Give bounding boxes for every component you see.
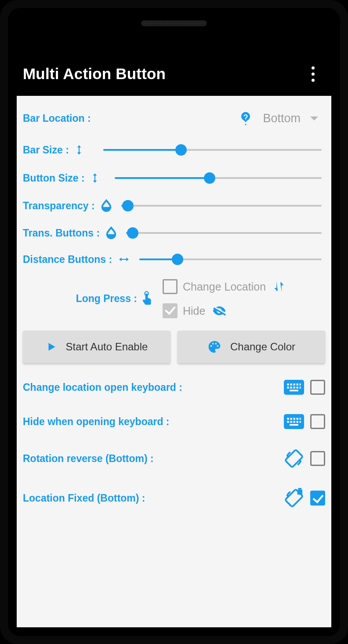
device-frame: Multi Action Button Bar Location : Botto… [0, 0, 348, 644]
bar-size-slider[interactable] [100, 144, 325, 156]
device-screen: Multi Action Button Bar Location : Botto… [8, 8, 340, 636]
hide-label: Hide [183, 305, 205, 317]
svg-rect-23 [300, 421, 301, 423]
horizontal-resize-icon [116, 254, 131, 265]
svg-rect-11 [297, 387, 298, 389]
svg-rect-25 [285, 450, 303, 468]
location-fixed-row: Location Fixed (Bottom) : [23, 488, 325, 508]
overflow-dot-icon [312, 73, 315, 76]
change-location-keyboard-checkbox[interactable] [310, 380, 325, 395]
app-bar: Multi Action Button [8, 52, 340, 96]
checkbox-checked-icon [163, 303, 178, 318]
button-size-row: Button Size : [23, 171, 325, 186]
change-color-label: Change Color [230, 341, 295, 353]
distance-buttons-label: Distance Buttons : [23, 254, 112, 266]
svg-rect-27 [297, 490, 303, 495]
change-color-button[interactable]: Change Color [178, 331, 325, 363]
rotation-icon [284, 448, 304, 469]
swap-location-icon [271, 279, 287, 295]
long-press-label: Long Press : [76, 293, 137, 305]
rotation-reverse-row: Rotation reverse (Bottom) : [23, 448, 325, 469]
location-fixed-label: Location Fixed (Bottom) : [23, 492, 145, 504]
long-press-change-location-option[interactable]: Change Location [163, 279, 325, 295]
svg-rect-18 [300, 418, 301, 420]
svg-rect-13 [290, 390, 298, 392]
overflow-dot-icon [312, 79, 315, 82]
svg-rect-24 [290, 424, 298, 426]
start-auto-enable-label: Start Auto Enable [66, 341, 148, 353]
svg-rect-15 [290, 418, 292, 420]
change-location-keyboard-label: Change location open keyboard : [23, 382, 182, 393]
vertical-resize-icon [73, 142, 85, 157]
transparency-label: Transparency : [23, 200, 95, 212]
bar-location-dropdown[interactable]: Bottom [238, 111, 325, 126]
keyboard-icon [284, 414, 304, 429]
eye-off-icon [210, 303, 228, 318]
svg-rect-14 [287, 418, 289, 420]
change-location-keyboard-row: Change location open keyboard : [23, 380, 325, 395]
location-fixed-checkbox[interactable] [310, 491, 325, 506]
bar-size-label: Bar Size : [23, 144, 69, 156]
bar-size-row: Bar Size : [23, 142, 325, 157]
bar-location-label: Bar Location : [23, 113, 91, 124]
svg-rect-5 [294, 384, 295, 386]
help-icon [238, 111, 253, 126]
hide-keyboard-label: Hide when opening keyboard : [23, 416, 170, 428]
svg-rect-22 [297, 421, 298, 423]
checkbox-icon [163, 279, 178, 294]
rotation-reverse-label: Rotation reverse (Bottom) : [23, 453, 154, 465]
bar-location-value: Bottom [263, 112, 301, 125]
svg-rect-7 [300, 384, 301, 386]
change-location-label: Change Location [183, 280, 266, 293]
action-button-row: Start Auto Enable Change Color [23, 331, 325, 363]
trans-buttons-label: Trans. Buttons : [23, 227, 100, 239]
rotation-lock-icon [284, 488, 304, 508]
speaker-grill [141, 20, 207, 26]
settings-panel: Bar Location : Bottom Bar Size : [17, 96, 331, 627]
button-size-label: Button Size : [23, 172, 85, 184]
distance-buttons-slider[interactable] [136, 253, 325, 266]
svg-rect-19 [287, 421, 289, 423]
hide-keyboard-row: Hide when opening keyboard : [23, 414, 325, 429]
transparency-slider[interactable] [118, 200, 325, 212]
button-size-slider[interactable] [111, 172, 325, 184]
svg-rect-4 [290, 384, 292, 386]
bar-location-row: Bar Location : Bottom [23, 111, 325, 126]
hide-keyboard-checkbox[interactable] [310, 414, 325, 429]
svg-rect-10 [294, 387, 295, 389]
svg-rect-20 [290, 421, 292, 423]
svg-rect-12 [300, 387, 301, 389]
keyboard-icon [284, 380, 304, 395]
vertical-resize-icon [89, 171, 101, 186]
trans-buttons-slider[interactable] [123, 227, 325, 239]
palette-icon [207, 340, 221, 354]
rotation-reverse-checkbox[interactable] [310, 451, 325, 466]
transparency-row: Transparency : [23, 199, 325, 213]
long-press-block: Long Press : Change Location [23, 279, 325, 318]
svg-rect-8 [287, 387, 289, 389]
svg-rect-21 [294, 421, 295, 423]
svg-rect-16 [294, 418, 295, 420]
play-icon [46, 341, 57, 353]
app-title: Multi Action Button [23, 65, 166, 83]
svg-rect-17 [297, 418, 298, 420]
trans-buttons-row: Trans. Buttons : [23, 226, 325, 240]
chevron-down-icon [310, 116, 318, 120]
opacity-icon [104, 226, 118, 240]
overflow-menu-button[interactable] [307, 62, 319, 86]
distance-buttons-row: Distance Buttons : [23, 253, 325, 266]
long-press-hide-option[interactable]: Hide [163, 303, 325, 318]
touch-icon [140, 290, 155, 307]
svg-rect-9 [290, 387, 292, 389]
start-auto-enable-button[interactable]: Start Auto Enable [23, 331, 170, 363]
overflow-dot-icon [312, 66, 315, 69]
opacity-icon [99, 199, 113, 213]
svg-rect-3 [287, 384, 289, 386]
svg-rect-6 [297, 384, 298, 386]
